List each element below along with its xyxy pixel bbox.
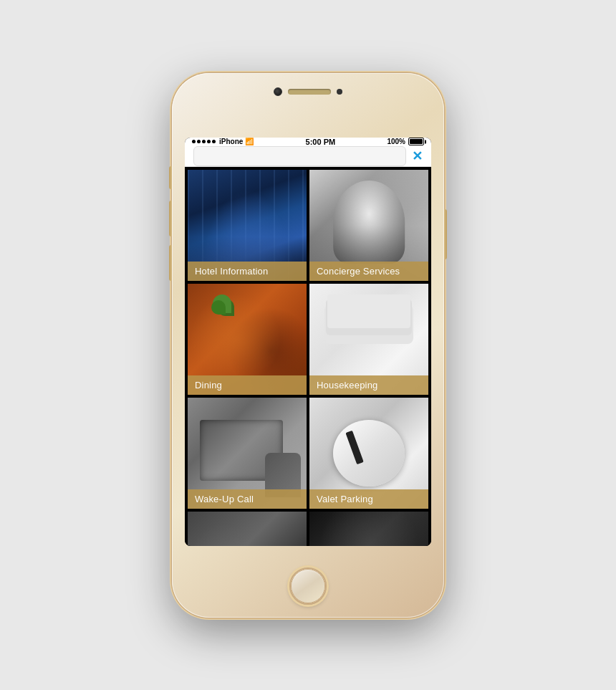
- grid-item-dining[interactable]: Dining: [188, 284, 307, 395]
- front-camera: [337, 89, 342, 95]
- mute-button[interactable]: [169, 166, 172, 189]
- signal-dot-4: [207, 140, 211, 143]
- volume-up-button[interactable]: [169, 201, 172, 236]
- status-left: iPhone 📶: [192, 138, 254, 145]
- phone-device: iPhone 📶 5:00 PM 100%: [172, 73, 444, 618]
- battery-indicator: [408, 138, 424, 145]
- status-right: 100%: [387, 138, 424, 145]
- grid-item-hotel-information[interactable]: Hotel Information: [188, 170, 307, 281]
- search-input[interactable]: [193, 146, 406, 166]
- top-camera-area: [274, 87, 342, 96]
- camera-lens: [274, 87, 282, 96]
- signal-strength: [192, 140, 216, 143]
- phone-screen: iPhone 📶 5:00 PM 100%: [185, 138, 431, 546]
- grid-item-wake-up-call[interactable]: Wake-Up Call: [188, 398, 307, 509]
- grid-item-image-bottom-left: [188, 512, 307, 546]
- status-time: 5:00 PM: [306, 138, 336, 146]
- speaker-slot: [288, 89, 331, 95]
- grid-item-valet-parking[interactable]: Valet Parking: [309, 398, 428, 509]
- signal-dot-3: [202, 140, 206, 143]
- grid-item-label-dining: Dining: [188, 375, 307, 395]
- carrier-label: iPhone: [219, 138, 243, 145]
- grid-item-bottom-left[interactable]: [188, 512, 307, 546]
- grid-item-bottom-right[interactable]: [309, 512, 428, 546]
- battery-fill: [410, 139, 423, 144]
- signal-dot-1: [192, 140, 196, 143]
- grid-item-concierge-services[interactable]: Concierge Services: [309, 170, 428, 281]
- grid-item-label-housekeeping: Housekeeping: [309, 375, 428, 395]
- grid-item-label-wake-up-call: Wake-Up Call: [188, 489, 307, 509]
- wifi-icon: 📶: [245, 138, 254, 145]
- signal-dot-2: [197, 140, 201, 143]
- services-grid: Hotel InformationConcierge ServicesDinin…: [185, 167, 431, 546]
- grid-item-image-bottom-right: [309, 512, 428, 546]
- status-bar: iPhone 📶 5:00 PM 100%: [185, 138, 431, 146]
- grid-item-label-hotel-information: Hotel Information: [188, 262, 307, 281]
- search-bar: ✕: [185, 146, 431, 167]
- power-button[interactable]: [444, 209, 447, 259]
- battery-percent-label: 100%: [387, 138, 405, 145]
- home-button-inner: [291, 569, 325, 603]
- phone-shell: iPhone 📶 5:00 PM 100%: [172, 73, 444, 618]
- signal-dot-5: [212, 140, 216, 143]
- grid-item-label-concierge-services: Concierge Services: [309, 262, 428, 281]
- app-content: iPhone 📶 5:00 PM 100%: [185, 138, 431, 546]
- home-button[interactable]: [289, 567, 327, 605]
- battery-bar: [408, 138, 424, 145]
- grid-item-label-valet-parking: Valet Parking: [309, 489, 428, 509]
- close-button[interactable]: ✕: [412, 148, 423, 164]
- volume-down-button[interactable]: [169, 245, 172, 281]
- grid-item-housekeeping[interactable]: Housekeeping: [309, 284, 428, 395]
